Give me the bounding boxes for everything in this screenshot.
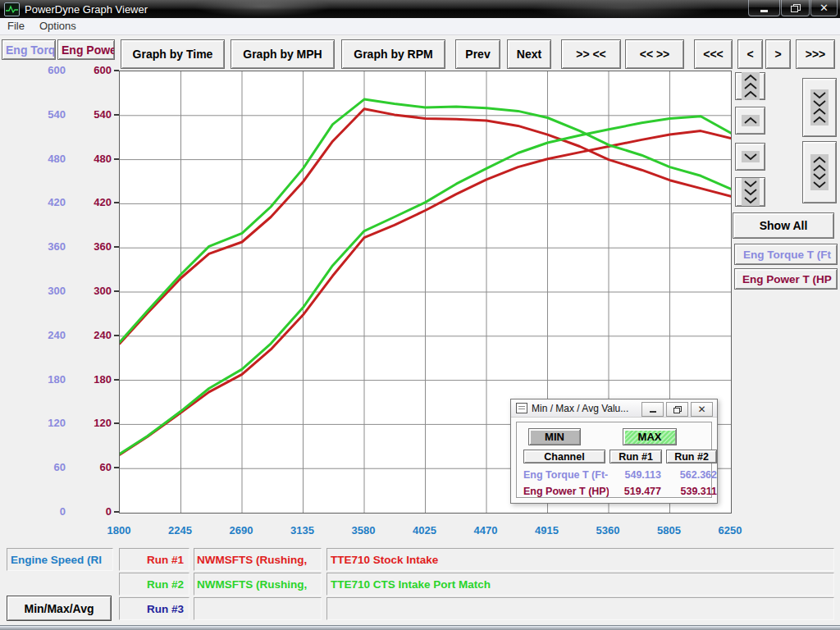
chevron-icon (742, 151, 760, 162)
pan-left-button[interactable]: < (737, 39, 763, 69)
app-icon (4, 2, 20, 16)
zoom-in-x-button[interactable]: >> << (561, 39, 621, 69)
power-ytick-label: 540 (71, 108, 112, 121)
x-tick-label: 5805 (643, 524, 696, 536)
torque-ytick-label: 360 (23, 240, 66, 253)
channel-button-torque[interactable]: Eng Torque T (Ft (734, 244, 838, 265)
graph-by-time-button[interactable]: Graph by Time (121, 39, 225, 69)
torque-ytick-label: 300 (23, 285, 66, 298)
x-tick-label: 4915 (521, 524, 573, 536)
x-tick-label: 2690 (215, 524, 267, 536)
pan-right-fast-button[interactable]: >>> (796, 39, 835, 69)
menu-item-options[interactable]: Options (32, 18, 84, 34)
run-description-3[interactable] (326, 597, 834, 620)
scale-down-fast-button[interactable] (735, 177, 765, 207)
minmax-channel-label: Eng Torque T (Ft- (523, 469, 609, 481)
x-tick-label: 4470 (459, 524, 512, 536)
close-icon: ✕ (819, 2, 829, 13)
expand-y-scale-button[interactable] (802, 141, 837, 203)
x-tick-label: 6250 (704, 524, 756, 536)
torque-ytick-label: 240 (23, 329, 66, 342)
run-label-1: Run #1 (119, 548, 189, 571)
torque-ytick-label: 600 (23, 64, 66, 77)
torque-axis-button[interactable]: Eng Torq (2, 39, 56, 60)
menu-bar: FileOptions (0, 18, 840, 35)
torque-ytick-label: 0 (23, 505, 66, 518)
graph-by-rpm-button[interactable]: Graph by RPM (341, 39, 445, 69)
pan-right-button[interactable]: > (765, 39, 791, 69)
power-axis-button[interactable]: Eng Powe (57, 39, 115, 60)
close-icon: ✕ (697, 404, 705, 414)
restore-button[interactable] (781, 0, 810, 16)
minmax-close-button[interactable]: ✕ (691, 402, 713, 417)
restore-icon (673, 406, 682, 413)
minimize-icon (760, 10, 768, 12)
power-ytick-label: 120 (71, 417, 112, 430)
minmaxavg-button[interactable]: Min/Max/Avg (7, 596, 112, 621)
power-ytick-label: 300 (71, 285, 112, 298)
minmax-minimize-button[interactable] (641, 402, 664, 417)
x-tick-label: 3135 (276, 524, 329, 536)
multi-chevron-icon (810, 154, 829, 190)
compress-y-scale-button[interactable] (802, 78, 837, 137)
torque-ytick-label: 540 (23, 108, 66, 121)
minmax-window-titlebar[interactable]: Min / Max / Avg Valu... ✕ (511, 399, 717, 418)
scale-up-button[interactable] (735, 107, 765, 135)
pan-left-fast-button[interactable]: <<< (694, 39, 733, 69)
minmax-row: Eng Power T (HP)519.477539.311 (523, 486, 710, 499)
run-file-1[interactable]: NWMSFTS (Rushing, (194, 548, 322, 571)
scale-up-fast-button[interactable] (735, 72, 765, 100)
x-tick-label: 5360 (582, 524, 634, 536)
multi-chevron-icon (742, 72, 760, 100)
graph-by-mph-button[interactable]: Graph by MPH (231, 39, 335, 69)
window-bottom-frame (0, 625, 840, 630)
close-button[interactable]: ✕ (810, 0, 838, 16)
restore-icon (791, 4, 801, 12)
max-button[interactable]: MAX (623, 428, 677, 445)
zoom-out-x-button[interactable]: << >> (625, 39, 684, 69)
run-description-1[interactable]: TTE710 Stock Intake (326, 548, 834, 571)
next-button[interactable]: Next (507, 39, 551, 69)
minmax-run2-value: 539.311 (664, 486, 717, 497)
min-button[interactable]: MIN (528, 428, 581, 445)
power-ytick-label: 420 (71, 196, 112, 209)
run-label-2: Run #2 (119, 573, 189, 596)
show-all-button[interactable]: Show All (733, 212, 834, 239)
power-ytick-label: 180 (71, 373, 112, 386)
run-file-3[interactable] (194, 597, 322, 620)
minimize-button[interactable] (748, 0, 780, 16)
x-tick-label: 3580 (337, 524, 390, 536)
column-header-run1[interactable]: Run #1 (609, 450, 662, 463)
run-description-2[interactable]: TTE710 CTS Intake Port Match (326, 573, 834, 596)
run-label-3: Run #3 (119, 597, 189, 620)
scale-down-button[interactable] (735, 143, 765, 171)
run-file-2[interactable]: NWMSFTS (Rushing, (194, 573, 322, 596)
power-ytick-label: 360 (71, 240, 112, 253)
torque-ytick-label: 60 (23, 461, 66, 474)
multi-chevron-icon (810, 89, 829, 126)
torque-ytick-label: 420 (23, 196, 66, 209)
minmax-run1-value: 549.113 (607, 469, 661, 481)
column-header-channel[interactable]: Channel (523, 450, 605, 463)
minmax-window-title: Min / Max / Avg Valu... (532, 403, 628, 414)
chevron-icon (742, 115, 760, 126)
power-ytick-label: 60 (71, 461, 112, 474)
title-bar: PowerDyne Graph Viewer ✕ (0, 0, 840, 18)
minmax-restore-button[interactable] (666, 402, 688, 417)
torque-ytick-label: 180 (23, 373, 66, 386)
menu-item-file[interactable]: File (0, 18, 32, 34)
minimize-icon (650, 411, 656, 413)
column-header-run2[interactable]: Run #2 (666, 450, 717, 463)
torque-ytick-label: 480 (23, 153, 66, 166)
channel-button-power[interactable]: Eng Power T (HP (734, 268, 838, 290)
power-ytick-label: 600 (71, 64, 112, 77)
power-ytick-label: 240 (71, 329, 112, 342)
multi-chevron-icon (742, 178, 760, 206)
minmax-values-window[interactable]: Min / Max / Avg Valu... ✕ MIN MAX Channe… (510, 399, 718, 504)
prev-button[interactable]: Prev (455, 39, 500, 69)
minmax-window-body: MIN MAX Channel Run #1 Run #2 Eng Torque… (516, 422, 712, 498)
minmax-run2-value: 562.362 (664, 469, 717, 481)
torque-ytick-label: 120 (23, 417, 66, 430)
x-axis-channel-button[interactable]: Engine Speed (RI (7, 548, 113, 571)
power-ytick-label: 480 (71, 153, 112, 166)
